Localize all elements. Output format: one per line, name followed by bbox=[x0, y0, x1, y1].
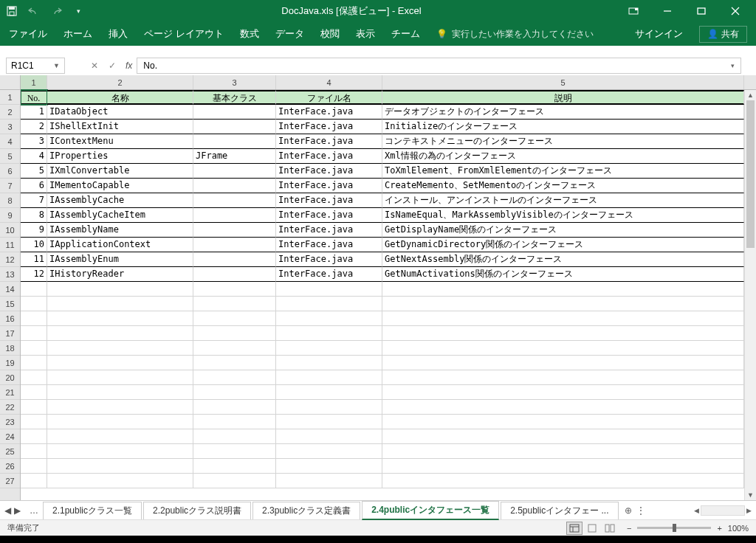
cell-base[interactable] bbox=[193, 179, 276, 193]
scroll-down-icon[interactable]: ▼ bbox=[745, 490, 756, 500]
empty-cell[interactable] bbox=[21, 415, 47, 429]
cell-desc[interactable]: コンテキストメニューのインターフェース bbox=[382, 134, 744, 149]
row-header[interactable]: 9 bbox=[0, 208, 20, 223]
row-header[interactable]: 16 bbox=[0, 311, 20, 326]
tab-pagelayout[interactable]: ページ レイアウト bbox=[144, 27, 224, 41]
empty-cell[interactable] bbox=[21, 400, 47, 415]
empty-cell[interactable] bbox=[276, 415, 382, 429]
empty-cell[interactable] bbox=[193, 356, 276, 370]
cell-desc[interactable]: データオブジェクトのインターフェース bbox=[382, 105, 744, 120]
row-header[interactable]: 7 bbox=[0, 179, 20, 193]
cell-base[interactable] bbox=[193, 252, 276, 267]
empty-cell[interactable] bbox=[21, 444, 47, 459]
cell-no[interactable]: 2 bbox=[21, 120, 47, 134]
undo-icon[interactable] bbox=[28, 5, 40, 17]
row-header[interactable]: 22 bbox=[0, 400, 20, 415]
empty-cell[interactable] bbox=[276, 400, 382, 415]
empty-cell[interactable] bbox=[382, 326, 744, 341]
zoom-out-button[interactable]: − bbox=[627, 524, 631, 533]
empty-cell[interactable] bbox=[382, 400, 744, 415]
cell-file[interactable]: InterFace.java bbox=[276, 120, 382, 134]
empty-cell[interactable] bbox=[382, 429, 744, 444]
empty-cell[interactable] bbox=[21, 297, 47, 311]
cell-name[interactable]: IHistoryReader bbox=[47, 267, 193, 282]
vertical-scrollbar[interactable]: ▲ ▼ bbox=[744, 90, 756, 500]
empty-cell[interactable] bbox=[193, 311, 276, 326]
qat-customize-icon[interactable]: ▾ bbox=[72, 5, 84, 17]
tab-overflow-right[interactable]: ⋮ bbox=[636, 505, 645, 516]
sheet-tab[interactable]: 2.3publicクラス定義書 bbox=[252, 502, 360, 519]
empty-cell[interactable] bbox=[47, 415, 193, 429]
tab-team[interactable]: チーム bbox=[391, 27, 420, 41]
grid-body[interactable]: No.名称基本クラスファイル名説明1IDataObjectInterFace.j… bbox=[21, 90, 756, 488]
cell-no[interactable]: 1 bbox=[21, 105, 47, 120]
empty-cell[interactable] bbox=[21, 429, 47, 444]
minimize-button[interactable] bbox=[653, 0, 682, 22]
row-header[interactable]: 23 bbox=[0, 415, 20, 429]
ribbon-display-icon[interactable] bbox=[619, 0, 648, 22]
empty-cell[interactable] bbox=[47, 429, 193, 444]
cell-base[interactable] bbox=[193, 120, 276, 134]
empty-cell[interactable] bbox=[47, 326, 193, 341]
row-header[interactable]: 18 bbox=[0, 341, 20, 356]
tab-file[interactable]: ファイル bbox=[9, 27, 47, 41]
tab-data[interactable]: データ bbox=[275, 27, 304, 41]
empty-cell[interactable] bbox=[276, 297, 382, 311]
empty-cell[interactable] bbox=[382, 282, 744, 297]
cell-file[interactable]: InterFace.java bbox=[276, 267, 382, 282]
redo-icon[interactable] bbox=[50, 5, 62, 17]
empty-cell[interactable] bbox=[21, 282, 47, 297]
cell-base[interactable] bbox=[193, 134, 276, 149]
empty-cell[interactable] bbox=[276, 370, 382, 385]
cell-file[interactable]: InterFace.java bbox=[276, 208, 382, 223]
empty-cell[interactable] bbox=[276, 282, 382, 297]
empty-cell[interactable] bbox=[47, 341, 193, 356]
empty-cell[interactable] bbox=[276, 444, 382, 459]
maximize-button[interactable] bbox=[687, 0, 716, 22]
tab-overflow-left[interactable]: … bbox=[30, 505, 38, 516]
empty-cell[interactable] bbox=[276, 385, 382, 400]
empty-cell[interactable] bbox=[21, 385, 47, 400]
name-box[interactable]: R1C1 ▼ bbox=[6, 58, 65, 74]
formula-input[interactable]: No. ▾ bbox=[137, 58, 741, 74]
row-header[interactable]: 20 bbox=[0, 370, 20, 385]
tab-nav-prev-icon[interactable]: ◀ bbox=[4, 505, 11, 516]
cell-file[interactable]: InterFace.java bbox=[276, 179, 382, 193]
empty-cell[interactable] bbox=[276, 474, 382, 488]
empty-cell[interactable] bbox=[382, 370, 744, 385]
cell-desc[interactable]: GetNextAssembly関係のインターフェース bbox=[382, 252, 744, 267]
empty-cell[interactable] bbox=[276, 459, 382, 474]
empty-cell[interactable] bbox=[193, 341, 276, 356]
zoom-slider[interactable]: − + 100% bbox=[627, 524, 749, 533]
row-header[interactable]: 3 bbox=[0, 120, 20, 134]
cell-base[interactable] bbox=[193, 238, 276, 252]
empty-cell[interactable] bbox=[276, 311, 382, 326]
tab-formulas[interactable]: 数式 bbox=[240, 27, 259, 41]
zoom-level[interactable]: 100% bbox=[728, 524, 749, 533]
select-all-corner[interactable] bbox=[0, 75, 20, 90]
row-header[interactable]: 12 bbox=[0, 252, 20, 267]
empty-cell[interactable] bbox=[193, 297, 276, 311]
cell-base[interactable] bbox=[193, 223, 276, 238]
sheet-tab[interactable]: 2.5publicインタフェー ... bbox=[501, 502, 618, 519]
row-header[interactable]: 26 bbox=[0, 459, 20, 474]
scroll-thumb[interactable] bbox=[746, 100, 755, 248]
header-cell[interactable]: 基本クラス bbox=[193, 90, 276, 105]
hscroll-left-icon[interactable]: ◀ bbox=[694, 507, 699, 514]
cell-name[interactable]: IMementoCapable bbox=[47, 179, 193, 193]
cell-name[interactable]: IAssemblyCache bbox=[47, 193, 193, 208]
cell-desc[interactable]: ToXmlElement、FromXmlElementのインターフェース bbox=[382, 164, 744, 179]
empty-cell[interactable] bbox=[47, 385, 193, 400]
empty-cell[interactable] bbox=[47, 444, 193, 459]
row-header[interactable]: 25 bbox=[0, 444, 20, 459]
sheet-tab-active[interactable]: 2.4publicインタフェース一覧 bbox=[362, 501, 499, 520]
empty-cell[interactable] bbox=[47, 459, 193, 474]
row-header[interactable]: 27 bbox=[0, 474, 20, 488]
cell-name[interactable]: IApplicationContext bbox=[47, 238, 193, 252]
view-pagelayout-icon[interactable] bbox=[584, 522, 600, 535]
cell-base[interactable]: JFrame bbox=[193, 149, 276, 164]
cell-no[interactable]: 11 bbox=[21, 252, 47, 267]
cell-no[interactable]: 8 bbox=[21, 208, 47, 223]
cell-name[interactable]: IAssemblyEnum bbox=[47, 252, 193, 267]
cell-file[interactable]: InterFace.java bbox=[276, 105, 382, 120]
